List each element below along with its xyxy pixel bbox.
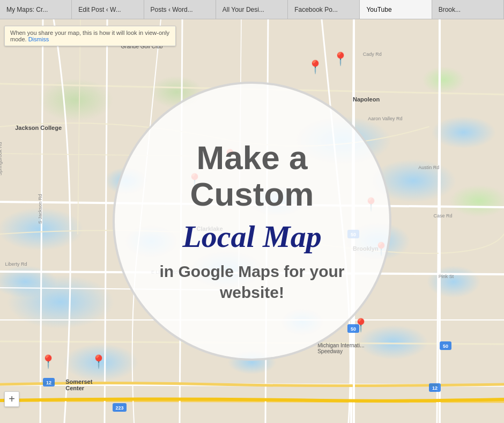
- tab-youtube[interactable]: YouTube: [360, 0, 432, 19]
- map-container: 50 50 12 223 12 50 Grande Golf Club Jack…: [0, 19, 504, 423]
- tab-editpost[interactable]: Edit Post ‹ W...: [72, 0, 144, 19]
- overlay-circle: Make a Custom Local Map in Google Maps f…: [113, 82, 391, 361]
- pin-somerset1: 📍: [40, 354, 56, 369]
- tab-label: My Maps: Cr...: [6, 6, 48, 13]
- svg-text:12: 12: [432, 385, 438, 391]
- tab-posts[interactable]: Posts ‹ Word...: [144, 0, 216, 19]
- pin-somerset2: 📍: [91, 354, 107, 369]
- pin-napoleon2: 📍: [332, 52, 349, 67]
- svg-text:223: 223: [115, 405, 123, 411]
- tab-allyour[interactable]: All Your Desi...: [216, 0, 288, 19]
- tab-brook[interactable]: Brook...: [432, 0, 504, 19]
- zoom-in-button[interactable]: +: [4, 391, 19, 407]
- tab-facebook[interactable]: Facebook Po...: [288, 0, 360, 19]
- tab-label: YouTube: [366, 6, 391, 13]
- overlay-cursive: Local Map: [182, 218, 321, 256]
- tab-label: All Your Desi...: [223, 6, 264, 13]
- tab-label: Posts ‹ Word...: [151, 6, 193, 13]
- map-banner-dismiss[interactable]: Dismiss: [28, 36, 49, 42]
- svg-text:12: 12: [46, 380, 51, 385]
- tab-label: Brook...: [439, 6, 461, 13]
- overlay-line2: Custom: [190, 176, 314, 213]
- pin-napoleon: 📍: [307, 60, 323, 75]
- tab-label: Edit Post ‹ W...: [78, 6, 121, 13]
- tab-mymaps[interactable]: My Maps: Cr...: [0, 0, 72, 19]
- overlay-line1: Make a: [197, 140, 308, 176]
- overlay-subtitle: in Google Maps for yourwebsite!: [159, 261, 344, 303]
- tab-bar: My Maps: Cr... Edit Post ‹ W... Posts ‹ …: [0, 0, 504, 19]
- tab-label: Facebook Po...: [294, 6, 338, 13]
- pin-speedway: 📍: [353, 318, 369, 333]
- svg-text:50: 50: [443, 344, 448, 349]
- map-notification-banner: When you share your map, this is how it …: [4, 26, 176, 46]
